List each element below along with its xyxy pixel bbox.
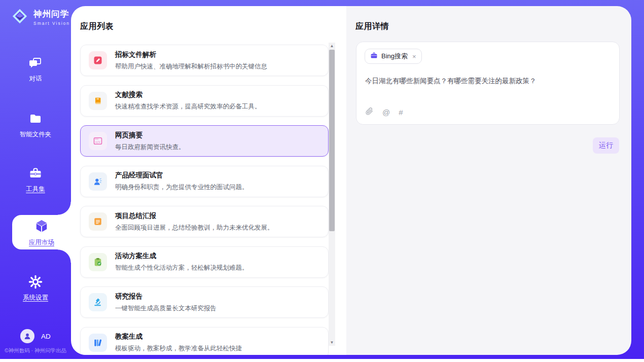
user-initials: AD (41, 333, 51, 340)
logo: 神州问学 Smart Vision (10, 7, 70, 28)
briefcase-icon (370, 52, 378, 61)
sidebar-item-label: 对话 (0, 75, 71, 83)
scroll-up-icon[interactable]: ▲ (329, 43, 335, 49)
user-account[interactable]: AD (20, 329, 51, 343)
app-list-title: 应用列表 (80, 21, 114, 32)
app-detail-title: 应用详情 (355, 21, 389, 32)
sidebar-item-settings[interactable]: 系统设置 (0, 275, 71, 302)
app-description: 每日政府新闻资讯快查。 (115, 143, 185, 152)
folder-icon (28, 119, 43, 127)
toolbox-icon (28, 173, 43, 182)
hash-tag-icon[interactable]: # (399, 108, 403, 116)
list-item-project-summary[interactable]: 项目总结汇报 全面回顾项目进展，总结经验教训，助力未来优化发展。 (80, 206, 329, 237)
app-description: 快速精准查找学术资源，提高研究效率的必备工具。 (115, 102, 261, 111)
clipboard-check-icon (89, 253, 107, 271)
list-item-research-report[interactable]: 研究报告 一键智能生成高质量长文本研究报告 (80, 286, 329, 318)
app-name: 教案生成 (115, 332, 242, 341)
list-item-lesson-plan[interactable]: 教案生成 模板驱动，教案秒成，教学准备从此轻松快捷 (80, 327, 329, 355)
sidebar-item-label: 系统设置 (0, 294, 71, 302)
list-item-literature-search[interactable]: 文献搜索 快速精准查找学术资源，提高研究效率的必备工具。 (80, 85, 329, 117)
list-item-event-plan[interactable]: 活动方案生成 智能生成个性化活动方案，轻松解决规划难题。 (80, 246, 329, 278)
app-description: 模板驱动，教案秒成，教学准备从此轻松快捷 (115, 344, 242, 353)
tool-tag-label: Bing搜索 (381, 52, 408, 61)
sidebar-item-smart-folders[interactable]: 智能文件夹 (0, 112, 71, 139)
app-list-panel: 应用列表 招标文件解析 帮助用户快速、准确地理解和解析招标书中的关键信息 (71, 6, 346, 355)
cube-icon (34, 227, 49, 235)
note-icon (89, 212, 107, 231)
sidebar-item-chat[interactable]: 对话 (0, 56, 71, 83)
app-name: 文献搜索 (115, 90, 261, 99)
query-text[interactable]: 今日湖北有哪些新闻要点？有哪些需要关注的最新政策？ (365, 77, 536, 86)
sidebar-item-label: 工具集 (0, 185, 71, 194)
person-icon (23, 332, 31, 340)
sidebar: 神州问学 Smart Vision 对话 智能文件夹 (0, 0, 71, 359)
microscope-icon (89, 293, 107, 311)
scroll-down-icon[interactable]: ▼ (329, 339, 335, 346)
avatar (20, 329, 34, 343)
app-description: 明确身份和职责，为您提供专业性的面试问题。 (115, 183, 248, 192)
app-description: 帮助用户快速、准确地理解和解析招标书中的关键信息 (115, 62, 267, 71)
app-name: 招标文件解析 (115, 50, 267, 59)
at-mention-icon[interactable]: @ (382, 108, 390, 116)
gear-icon (28, 282, 43, 291)
app-name: 网页摘要 (115, 131, 185, 140)
composer-toolbar: @ # (365, 107, 403, 118)
app-name: 活动方案生成 (115, 251, 248, 261)
app-description: 智能生成个性化活动方案，轻松解决规划难题。 (115, 264, 248, 272)
sidebar-item-label: 智能文件夹 (0, 130, 71, 139)
list-item-bid-parsing[interactable]: 招标文件解析 帮助用户快速、准确地理解和解析招标书中的关键信息 (80, 45, 329, 76)
list-scrollbar[interactable]: ▲ ▼ (329, 43, 335, 346)
diamond-logo-icon (10, 7, 29, 28)
app-list: 招标文件解析 帮助用户快速、准确地理解和解析招标书中的关键信息 文献搜索 快速精… (80, 45, 329, 355)
tool-tag-bing-search[interactable]: Bing搜索 × (365, 49, 422, 64)
webpage-code-icon: </> (89, 132, 107, 150)
scrollbar-thumb[interactable] (329, 50, 335, 231)
books-icon (89, 334, 107, 352)
prompt-composer[interactable]: Bing搜索 × 今日湖北有哪些新闻要点？有哪些需要关注的最新政策？ @ # (356, 42, 620, 125)
sidebar-item-toolset[interactable]: 工具集 (0, 166, 71, 194)
main-window: 应用列表 招标文件解析 帮助用户快速、准确地理解和解析招标书中的关键信息 (71, 6, 631, 355)
app-detail-panel: 应用详情 Bing搜索 × 今日湖北有哪些新闻要点？有哪些需要关注的最新政策？ (346, 6, 631, 355)
sidebar-item-app-market[interactable]: 应用市场 (12, 215, 71, 249)
book-icon (89, 92, 107, 110)
chat-icon (28, 63, 43, 71)
app-description: 一键智能生成高质量长文本研究报告 (115, 304, 217, 313)
app-name: 项目总结汇报 (115, 211, 274, 221)
pen-edit-icon (89, 51, 107, 69)
list-item-pm-interviewer[interactable]: 产品经理面试官 明确身份和职责，为您提供专业性的面试问题。 (80, 166, 329, 197)
copyright-text: ©神州数码 · 神州问学出品 (0, 347, 71, 354)
sidebar-item-label: 应用市场 (12, 238, 71, 247)
paperclip-icon[interactable] (365, 107, 374, 118)
app-name: 产品经理面试官 (115, 171, 248, 180)
app-name: 研究报告 (115, 292, 217, 301)
app-description: 全面回顾项目进展，总结经验教训，助力未来优化发展。 (115, 224, 274, 232)
svg-text:</>: </> (95, 140, 101, 143)
run-button[interactable]: 运行 (593, 137, 619, 154)
close-icon[interactable]: × (412, 53, 416, 60)
logo-subtitle: Smart Vision (33, 21, 70, 26)
interviewer-icon (89, 172, 107, 191)
list-item-webpage-summary[interactable]: </> 网页摘要 每日政府新闻资讯快查。 (80, 125, 329, 157)
logo-title: 神州问学 (33, 9, 70, 20)
